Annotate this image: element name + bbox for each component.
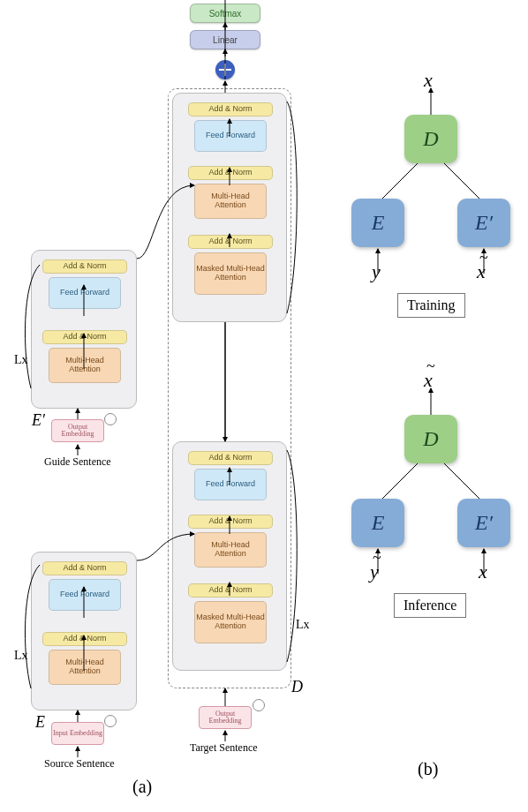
- positional-sinusoid-icon: [104, 715, 117, 727]
- training-tree: x D E E′ y x Training: [343, 71, 519, 318]
- output-embedding-box: Output Embedding: [199, 706, 252, 729]
- multi-head-attention-box: Multi-Head Attention: [49, 348, 121, 383]
- feed-forward-box: Feed Forward: [194, 469, 267, 500]
- svg-line-26: [444, 163, 479, 199]
- multi-head-attention-box: Multi-Head Attention: [194, 532, 267, 568]
- svg-line-31: [444, 463, 479, 499]
- add-norm-box: Add & Norm: [188, 515, 273, 529]
- panel-a: Softmax Linear Add & Norm Feed Forward A…: [0, 0, 327, 794]
- inference-tree-connectors: [343, 371, 519, 618]
- encoder-node: E: [351, 499, 404, 547]
- training-label: Training: [397, 293, 465, 318]
- repeat-label: Lx: [14, 353, 28, 367]
- add-norm-box: Add & Norm: [42, 330, 127, 344]
- add-norm-box: Add & Norm: [42, 259, 127, 274]
- positional-sinusoid-icon: [104, 413, 117, 425]
- guide-sentence-label: Guide Sentence: [44, 455, 111, 469]
- source-sentence-label: Source Sentence: [44, 757, 115, 771]
- sum-circle-icon: [215, 60, 235, 79]
- panel-b: x D E E′ y x Training: [334, 71, 528, 777]
- training-output-symbol: x: [424, 69, 433, 92]
- add-norm-box: Add & Norm: [188, 583, 273, 598]
- svg-line-30: [382, 463, 418, 499]
- inference-E-input: y: [370, 560, 379, 583]
- decoder-node: D: [404, 415, 457, 463]
- positional-sinusoid-icon: [253, 699, 265, 711]
- masked-multi-head-attention-box: Masked Multi-Head Attention: [194, 601, 267, 643]
- inference-label: Inference: [394, 593, 466, 618]
- add-norm-box: Add & Norm: [188, 235, 273, 249]
- figure-root: Softmax Linear Add & Norm Feed Forward A…: [0, 0, 528, 812]
- encoder-prime-stack: Add & Norm Feed Forward Add & Norm Multi…: [31, 250, 137, 409]
- encoder-prime-node: E′: [457, 499, 510, 547]
- decoder-symbol: D: [291, 678, 303, 696]
- inference-tree: x D E E′ y x Inference: [343, 371, 519, 618]
- encoder-symbol: E: [35, 713, 45, 732]
- encoder-stack: Add & Norm Feed Forward Add & Norm Multi…: [31, 552, 137, 710]
- linear-box: Linear: [190, 30, 260, 49]
- encoder-prime-symbol: E′: [32, 411, 45, 430]
- add-norm-box: Add & Norm: [42, 561, 127, 575]
- multi-head-attention-box: Multi-Head Attention: [194, 184, 267, 219]
- multi-head-attention-box: Multi-Head Attention: [49, 650, 121, 685]
- feed-forward-box: Feed Forward: [194, 120, 267, 152]
- training-tree-connectors: [343, 71, 519, 318]
- panel-b-label: (b): [418, 759, 438, 779]
- inference-Eprime-input: x: [479, 560, 487, 583]
- add-norm-box: Add & Norm: [188, 102, 273, 117]
- repeat-label: Lx: [14, 649, 28, 663]
- add-norm-box: Add & Norm: [42, 632, 127, 646]
- softmax-box: Softmax: [190, 4, 260, 23]
- add-norm-box: Add & Norm: [188, 451, 273, 465]
- masked-multi-head-attention-box: Masked Multi-Head Attention: [194, 252, 267, 295]
- decoder-stack-top: Add & Norm Feed Forward Add & Norm Multi…: [172, 93, 287, 322]
- repeat-label: Lx: [296, 618, 310, 632]
- decoder-stack-bottom: Add & Norm Feed Forward Add & Norm Multi…: [172, 441, 287, 671]
- training-E-input: y: [372, 260, 381, 283]
- output-embedding-box: Output Embedding: [51, 419, 104, 442]
- inference-output-symbol: x: [424, 369, 433, 392]
- svg-line-25: [382, 163, 418, 199]
- panel-a-label: (a): [132, 777, 152, 797]
- input-embedding-box: Input Embedding: [51, 722, 104, 745]
- encoder-node: E: [351, 199, 404, 247]
- feed-forward-box: Feed Forward: [49, 579, 121, 611]
- feed-forward-box: Feed Forward: [49, 277, 121, 309]
- target-sentence-label: Target Sentence: [190, 741, 258, 755]
- add-norm-box: Add & Norm: [188, 166, 273, 180]
- decoder-node: D: [404, 115, 457, 163]
- training-Eprime-input: x: [477, 260, 486, 283]
- encoder-prime-node: E′: [457, 199, 510, 247]
